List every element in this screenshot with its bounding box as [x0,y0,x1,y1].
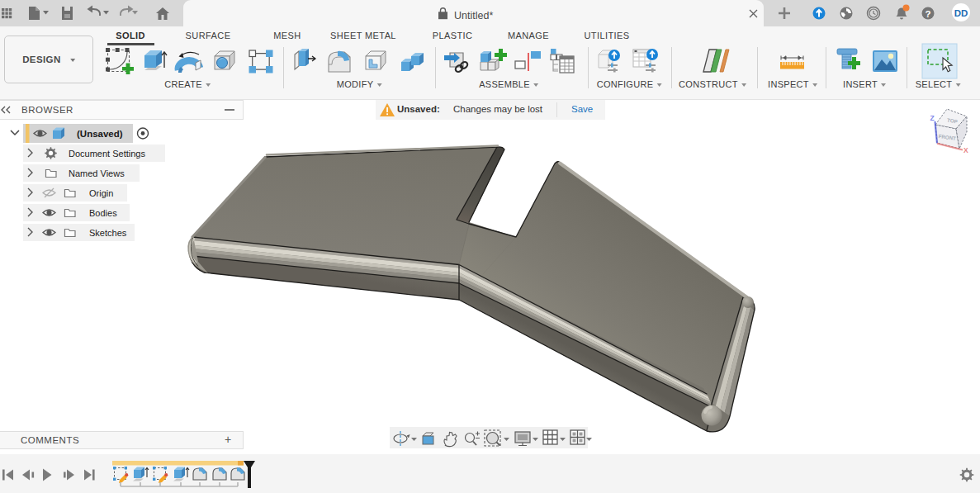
svg-text:(Unsaved): (Unsaved) [77,129,123,139]
svg-text:Named Views: Named Views [69,168,125,178]
svg-text:Z: Z [930,114,935,122]
svg-text:X: X [963,146,968,154]
svg-text:Untitled*: Untitled* [454,10,493,21]
svg-text:Bodies: Bodies [89,208,117,218]
svg-text:Document Settings: Document Settings [69,149,145,159]
svg-text:DD: DD [954,8,968,18]
svg-text:?: ? [925,9,930,19]
svg-text:Sketches: Sketches [89,228,127,238]
svg-text:Origin: Origin [89,188,113,198]
